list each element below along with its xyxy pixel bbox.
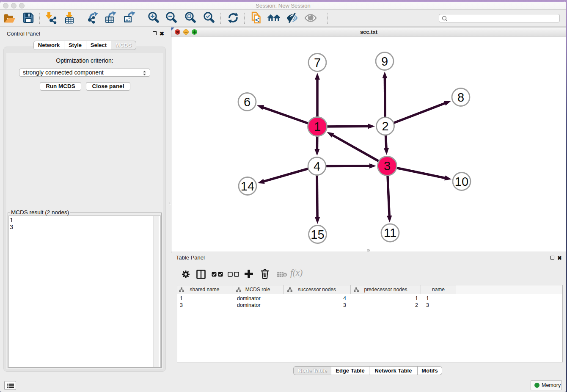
- svg-text:3: 3: [384, 159, 391, 173]
- svg-text:10: 10: [455, 175, 468, 188]
- svg-text:15: 15: [311, 228, 324, 241]
- svg-text:4: 4: [314, 160, 320, 173]
- svg-text:2: 2: [382, 119, 388, 133]
- svg-text:8: 8: [457, 91, 464, 104]
- svg-text:1: 1: [314, 120, 321, 133]
- svg-text:9: 9: [381, 55, 388, 68]
- svg-text:7: 7: [314, 56, 321, 69]
- svg-text:14: 14: [241, 179, 254, 193]
- svg-text:11: 11: [384, 226, 396, 240]
- svg-text:6: 6: [244, 95, 250, 109]
